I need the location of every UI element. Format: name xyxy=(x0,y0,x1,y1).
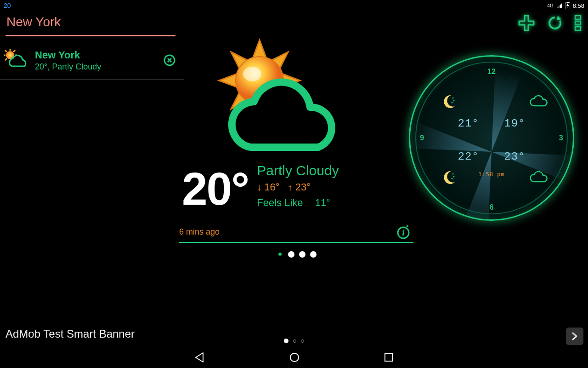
clock-time: 1:58 pm xyxy=(478,171,505,178)
moon-icon xyxy=(440,169,457,186)
arrow-down-icon: ↓ xyxy=(257,182,261,192)
moon-icon xyxy=(440,93,457,110)
page-dot xyxy=(299,251,305,258)
recent-apps-button[interactable] xyxy=(383,352,394,363)
ad-dot xyxy=(284,339,288,343)
header-actions xyxy=(517,14,582,32)
page-title: New York xyxy=(6,15,61,29)
svg-point-30 xyxy=(290,353,299,362)
svg-point-25 xyxy=(453,100,455,101)
svg-rect-3 xyxy=(575,21,581,25)
svg-point-28 xyxy=(453,176,455,178)
city-list-item[interactable]: New York 20°, Partly Cloudy xyxy=(0,46,184,80)
weather-icon-partly-cloudy xyxy=(198,32,358,161)
svg-point-29 xyxy=(452,178,453,179)
page-dot xyxy=(310,251,317,258)
clock-12: 12 xyxy=(487,68,496,76)
weather-main: 20° Partly Cloudy ↓ 16° ↑ 23° Feels Like… xyxy=(179,32,413,259)
condition-text: Partly Cloudy xyxy=(257,163,339,178)
city-list: New York 20°, Partly Cloudy xyxy=(0,46,184,80)
status-right: 4G 8:58 xyxy=(547,2,584,9)
location-dot-icon: ✦ xyxy=(277,249,283,259)
high-low: ↓ 16° ↑ 23° xyxy=(257,181,339,193)
svg-rect-1 xyxy=(567,2,569,3)
status-notification-count: 20 xyxy=(4,2,11,9)
battery-charging-icon xyxy=(565,2,570,9)
svg-text:i: i xyxy=(402,228,404,237)
high-temp: 23° xyxy=(295,181,311,193)
clock-9: 9 xyxy=(420,134,424,142)
svg-line-7 xyxy=(13,50,15,52)
android-nav-bar xyxy=(0,347,588,368)
city-summary: 20°, Partly Cloudy xyxy=(35,62,101,72)
signal-icon xyxy=(556,2,563,9)
cloud-icon xyxy=(528,95,548,109)
current-temp: 20° xyxy=(182,166,249,212)
svg-rect-31 xyxy=(385,354,392,361)
ad-page-dots xyxy=(284,339,304,343)
feels-label: Feels Like xyxy=(257,197,303,208)
svg-line-9 xyxy=(5,50,7,52)
partly-cloudy-icon xyxy=(4,49,31,72)
title-underline xyxy=(6,35,175,36)
clock-3: 3 xyxy=(559,134,563,142)
clock-widget[interactable]: 12 3 6 9 21° 19° 22° 23° 1:58 pm xyxy=(409,55,574,221)
menu-button[interactable] xyxy=(574,14,582,32)
app-header: New York xyxy=(0,11,588,33)
refresh-button[interactable] xyxy=(546,14,564,32)
clock-temp-se: 23° xyxy=(504,150,525,162)
network-label: 4G xyxy=(547,3,553,8)
chevron-right-icon xyxy=(570,332,579,341)
ad-next-button[interactable] xyxy=(566,328,583,345)
back-button[interactable] xyxy=(194,351,206,363)
info-refresh-button[interactable]: i xyxy=(395,224,412,240)
cloud-icon xyxy=(528,171,548,184)
arrow-up-icon: ↑ xyxy=(288,182,293,192)
page-dot xyxy=(288,251,294,258)
svg-rect-4 xyxy=(575,27,581,30)
low-temp: 16° xyxy=(264,181,279,193)
status-bar: 20 4G 8:58 xyxy=(0,0,588,11)
svg-point-27 xyxy=(452,173,454,175)
clock-temp-ne: 19° xyxy=(504,117,525,129)
add-button[interactable] xyxy=(517,14,536,32)
clock-temp-nw: 21° xyxy=(458,117,479,129)
svg-point-15 xyxy=(243,67,261,81)
clock-6: 6 xyxy=(490,203,494,212)
ad-banner-text: AdMob Test Smart Banner xyxy=(6,328,135,340)
clock-temp-sw: 22° xyxy=(458,150,479,162)
feels-like: Feels Like 11° xyxy=(257,197,339,209)
svg-rect-2 xyxy=(575,16,581,19)
home-button[interactable] xyxy=(288,351,300,363)
city-name: New York xyxy=(35,49,101,61)
svg-point-24 xyxy=(452,97,454,98)
ad-banner[interactable]: AdMob Test Smart Banner xyxy=(0,321,588,347)
status-time: 8:58 xyxy=(573,2,584,9)
svg-line-11 xyxy=(5,58,7,60)
ad-dot xyxy=(301,339,304,343)
page-indicator[interactable]: ✦ xyxy=(179,249,413,259)
feels-value: 11° xyxy=(315,197,330,208)
ad-dot xyxy=(293,339,296,343)
temperature-row: 20° Partly Cloudy ↓ 16° ↑ 23° Feels Like… xyxy=(179,163,413,212)
remove-city-button[interactable] xyxy=(164,54,175,66)
last-updated: 6 mins ago xyxy=(179,227,220,237)
update-row: 6 mins ago i xyxy=(179,224,413,243)
svg-point-26 xyxy=(452,102,453,103)
